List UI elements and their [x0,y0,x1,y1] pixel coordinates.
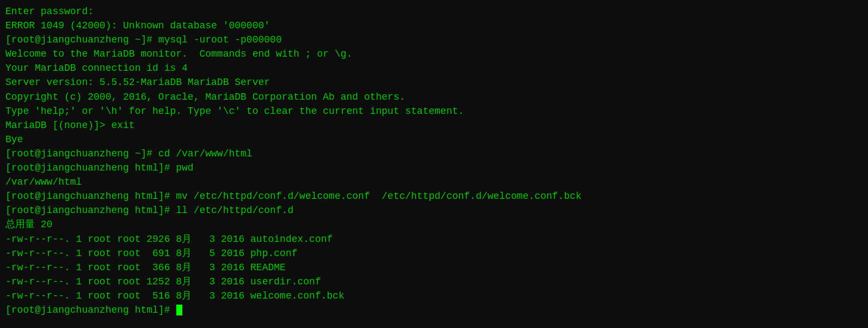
terminal-window[interactable]: Enter password:ERROR 1049 (42000): Unkno… [0,0,868,328]
terminal-line: [root@jiangchuanzheng html]# [5,303,863,317]
terminal-line: ERROR 1049 (42000): Unknown database '00… [5,19,863,33]
terminal-line: Type 'help;' or '\h' for help. Type '\c'… [5,104,863,118]
terminal-line: [root@jiangchuanzheng html]# mv /etc/htt… [5,189,863,203]
terminal-line: 总用量 20 [5,217,863,232]
terminal-line: [root@jiangchuanzheng ~]# cd /var/www/ht… [5,147,863,161]
terminal-line: Server version: 5.5.52-MariaDB MariaDB S… [5,75,863,89]
terminal-cursor [176,305,182,315]
terminal-line: MariaDB [(none)]> exit [5,118,863,132]
terminal-line: -rw-r--r--. 1 root root 366 8月 3 2016 RE… [5,260,863,275]
terminal-line: -rw-r--r--. 1 root root 691 8月 5 2016 ph… [5,246,863,260]
terminal-line: Your MariaDB connection id is 4 [5,61,863,75]
terminal-line: Enter password: [5,4,863,19]
terminal-line: -rw-r--r--. 1 root root 1252 8月 3 2016 u… [5,275,863,289]
terminal-line: Copyright (c) 2000, 2016, Oracle, MariaD… [5,90,863,104]
terminal-line: /var/www/html [5,175,863,189]
terminal-line: [root@jiangchuanzheng html]# ll /etc/htt… [5,203,863,217]
terminal-line: -rw-r--r--. 1 root root 2926 8月 3 2016 a… [5,232,863,246]
terminal-line: [root@jiangchuanzheng ~]# mysql -uroot -… [5,33,863,47]
terminal-line: -rw-r--r--. 1 root root 516 8月 3 2016 we… [5,289,863,303]
terminal-line: Welcome to the MariaDB monitor. Commands… [5,47,863,61]
terminal-line: [root@jiangchuanzheng html]# pwd [5,161,863,175]
terminal-line: Bye [5,132,863,147]
